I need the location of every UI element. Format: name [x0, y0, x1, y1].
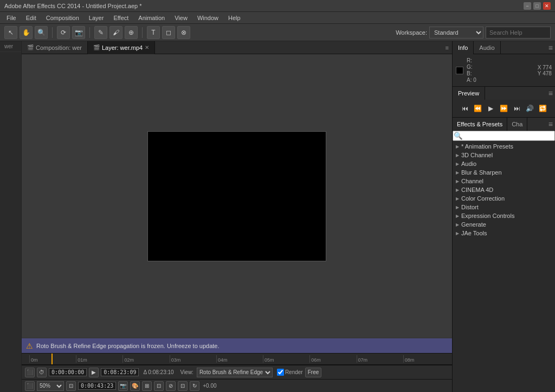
- effect-jae-tools[interactable]: JAe Tools: [453, 229, 555, 237]
- g-label: G:: [467, 64, 476, 70]
- prev-loop[interactable]: 🔁: [538, 103, 548, 114]
- search-input[interactable]: [486, 27, 551, 38]
- timecode-btn[interactable]: ⏱: [37, 368, 47, 377]
- timeline-ruler: 0m 01m 02m 03m 04m 05m 06m 07m 08m: [22, 353, 452, 365]
- tool-type[interactable]: T: [147, 26, 160, 39]
- right-panel: Info Audio ≡ R: G: B: A: 0 X 774 Y 478: [452, 41, 555, 392]
- effects-panel-menu[interactable]: ≡: [546, 120, 555, 128]
- window-controls: − □ ✕: [524, 2, 551, 10]
- minimize-button[interactable]: −: [524, 2, 531, 10]
- prev-first[interactable]: ⏮: [460, 103, 470, 114]
- playback-btn[interactable]: ⬛: [25, 368, 35, 377]
- workspace-select[interactable]: Standard: [429, 27, 483, 38]
- effect-3d-channel[interactable]: 3D Channel: [453, 151, 555, 159]
- chevron-cinema: [456, 187, 459, 192]
- info-panel-menu[interactable]: ≡: [546, 41, 555, 54]
- region-btn[interactable]: ⊡: [178, 381, 188, 391]
- prev-last[interactable]: ⏭: [512, 103, 522, 114]
- tab-effects[interactable]: Effects & Presets: [453, 118, 507, 131]
- effect-expression-controls[interactable]: Expression Controls: [453, 211, 555, 220]
- frame-btn[interactable]: ▶: [89, 368, 99, 377]
- ruler-mark-0: 0m: [29, 355, 76, 363]
- snap-btn[interactable]: 📷: [118, 381, 128, 391]
- toolbar-separator-3: [142, 27, 143, 38]
- effects-search-input[interactable]: [453, 131, 555, 141]
- menu-edit[interactable]: Edit: [22, 14, 41, 22]
- tool-shape[interactable]: ◻: [162, 26, 175, 39]
- preview-controls: ⏮ ⏪ ▶ ⏩ ⏭ 🔊 🔁: [453, 100, 555, 117]
- tab-bar: 🎬 Composition: wer 🎬 Layer: wer.mp4 ✕ ≡: [22, 41, 452, 54]
- close-button[interactable]: ✕: [543, 2, 551, 10]
- view-select[interactable]: Roto Brush & Refine Edge: [197, 368, 273, 377]
- tool-rotate[interactable]: ⟳: [57, 26, 70, 39]
- warning-text: Roto Brush & Refine Edge propagation is …: [36, 343, 220, 349]
- tab-cha[interactable]: Cha: [507, 118, 527, 131]
- tab-layer-close[interactable]: ✕: [145, 44, 149, 50]
- aspect-btn[interactable]: ⊡: [66, 381, 76, 391]
- tool-puppet[interactable]: ⊗: [177, 26, 190, 39]
- free-btn[interactable]: Free: [305, 368, 322, 377]
- menu-effect[interactable]: Effect: [109, 14, 133, 22]
- menu-animation[interactable]: Animation: [134, 14, 169, 22]
- tool-brush[interactable]: 🖌: [109, 26, 122, 39]
- prev-back[interactable]: ⏪: [473, 103, 483, 114]
- effect-distort[interactable]: Distort: [453, 203, 555, 211]
- menu-help[interactable]: Help: [224, 14, 245, 22]
- motion-btn[interactable]: ⊘: [166, 381, 176, 391]
- effects-list: * Animation Presets 3D Channel Audio Blu…: [453, 141, 555, 392]
- effect-animation-presets[interactable]: * Animation Presets: [453, 142, 555, 151]
- info-coords: X 774 Y 478: [538, 65, 552, 76]
- timecode-end[interactable]: 0:08:23:09: [101, 368, 139, 376]
- prev-play[interactable]: ▶: [486, 103, 496, 114]
- chevron-channel: [456, 178, 459, 184]
- tool-zoom[interactable]: 🔍: [35, 26, 48, 39]
- effect-cinema4d[interactable]: CINEMA 4D: [453, 185, 555, 194]
- tab-layer[interactable]: 🎬 Layer: wer.mp4 ✕: [88, 41, 155, 54]
- effects-tabs: Effects & Presets Cha ≡: [453, 118, 555, 131]
- flow-btn[interactable]: ↻: [190, 381, 199, 391]
- tab-info[interactable]: Info: [453, 41, 474, 54]
- render-checkbox[interactable]: [277, 369, 284, 376]
- x-coord: X 774: [538, 65, 552, 70]
- prev-forward[interactable]: ⏩: [499, 103, 509, 114]
- plus-value: +0.00: [203, 383, 216, 389]
- tool-clone[interactable]: ⊕: [125, 26, 138, 39]
- b-label: B:: [467, 70, 476, 76]
- effect-blur-sharpen[interactable]: Blur & Sharpen: [453, 168, 555, 177]
- footer-icon[interactable]: ⬛: [25, 381, 35, 391]
- left-sidebar-label: wer: [4, 43, 13, 49]
- timecode-current[interactable]: 0:00:00:00: [49, 368, 87, 376]
- menu-layer[interactable]: Layer: [85, 14, 108, 22]
- tool-hand[interactable]: ✋: [20, 26, 33, 39]
- effect-color-correction[interactable]: Color Correction: [453, 194, 555, 203]
- tab-audio[interactable]: Audio: [474, 41, 500, 54]
- tab-preview[interactable]: Preview: [453, 87, 485, 100]
- ruler-mark-4: 04m: [216, 355, 263, 363]
- grid-btn[interactable]: ⊡: [154, 381, 164, 391]
- preview-panel-menu[interactable]: ≡: [546, 89, 555, 98]
- channels-btn[interactable]: ⊞: [142, 381, 152, 391]
- tab-composition[interactable]: 🎬 Composition: wer: [22, 41, 88, 54]
- menu-composition[interactable]: Composition: [42, 14, 83, 22]
- menu-file[interactable]: File: [2, 14, 21, 22]
- ruler-mark-8: 08m: [403, 355, 450, 363]
- tool-camera[interactable]: 📷: [72, 26, 85, 39]
- tool-pen[interactable]: ✎: [94, 26, 107, 39]
- center-area: 🎬 Composition: wer 🎬 Layer: wer.mp4 ✕ ≡ …: [22, 41, 452, 392]
- color-btn[interactable]: 🎨: [130, 381, 140, 391]
- effect-audio[interactable]: Audio: [453, 159, 555, 168]
- menu-view[interactable]: View: [170, 14, 192, 22]
- menu-window[interactable]: Window: [193, 14, 223, 22]
- ruler-playhead: [51, 354, 53, 364]
- tab-menu-button[interactable]: ≡: [442, 44, 452, 51]
- effect-channel[interactable]: Channel: [453, 177, 555, 185]
- chevron-generate: [456, 222, 459, 227]
- warning-icon: ⚠: [26, 342, 33, 350]
- zoom-select[interactable]: 50%: [37, 381, 64, 391]
- prev-audio[interactable]: 🔊: [525, 103, 535, 114]
- chevron-distort: [456, 204, 459, 210]
- footer-timecode[interactable]: 0:00:43:23: [78, 382, 116, 390]
- tool-select[interactable]: ↖: [4, 26, 17, 39]
- effect-generate[interactable]: Generate: [453, 220, 555, 229]
- maximize-button[interactable]: □: [533, 2, 541, 10]
